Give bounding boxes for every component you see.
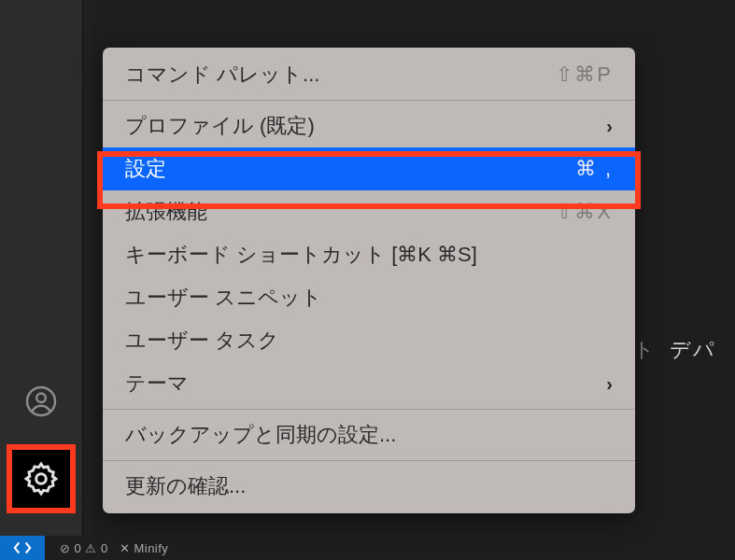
vertical-divider — [82, 0, 93, 560]
menu-label: キーボード ショートカット [⌘K ⌘S] — [125, 241, 477, 269]
svg-point-1 — [36, 393, 46, 402]
menu-item-user-tasks[interactable]: ユーザー タスク — [103, 319, 635, 362]
menu-label: 更新の確認... — [125, 472, 246, 500]
menu-shortcut: ⇧⌘P — [556, 63, 613, 87]
menu-separator — [103, 409, 635, 410]
settings-menu-highlight-box — [97, 151, 641, 209]
chevron-right-icon: › — [606, 373, 613, 395]
right-text-1: ト — [633, 336, 655, 364]
menu-item-profile[interactable]: プロファイル (既定) › — [103, 105, 635, 147]
menu-label: ユーザー タスク — [125, 327, 279, 355]
menu-separator — [103, 100, 635, 101]
menu-label: プロファイル (既定) — [125, 112, 315, 140]
menu-item-command-palette[interactable]: コマンド パレット... ⇧⌘P — [103, 53, 635, 96]
menu-label: コマンド パレット... — [125, 61, 319, 89]
svg-point-2 — [36, 474, 47, 484]
status-bar: ⊘ 0 ⚠ 0 ✕ Minify — [0, 536, 168, 560]
menu-label: テーマ — [125, 370, 189, 398]
gear-icon[interactable] — [22, 460, 60, 497]
remote-button[interactable] — [0, 536, 45, 560]
menu-item-keyboard-shortcuts[interactable]: キーボード ショートカット [⌘K ⌘S] — [103, 233, 635, 276]
menu-item-user-snippets[interactable]: ユーザー スニペット — [103, 276, 635, 319]
accounts-icon[interactable] — [21, 381, 62, 422]
menu-separator — [103, 460, 635, 461]
menu-label: ユーザー スニペット — [125, 284, 322, 312]
settings-context-menu: コマンド パレット... ⇧⌘P プロファイル (既定) › 設定 ⌘ , 拡張… — [103, 48, 635, 513]
activity-bar — [0, 0, 82, 560]
menu-item-backup-sync[interactable]: バックアップと同期の設定... — [103, 413, 635, 456]
menu-label: バックアップと同期の設定... — [125, 421, 396, 449]
settings-gear-highlight — [7, 444, 76, 513]
menu-item-theme[interactable]: テーマ › — [103, 362, 635, 405]
menu-item-check-updates[interactable]: 更新の確認... — [103, 465, 635, 508]
status-errors[interactable]: ⊘ 0 ⚠ 0 — [60, 541, 108, 555]
chevron-right-icon: › — [606, 116, 613, 137]
right-text-2: デパ — [670, 336, 716, 364]
status-minify[interactable]: ✕ Minify — [120, 541, 169, 555]
